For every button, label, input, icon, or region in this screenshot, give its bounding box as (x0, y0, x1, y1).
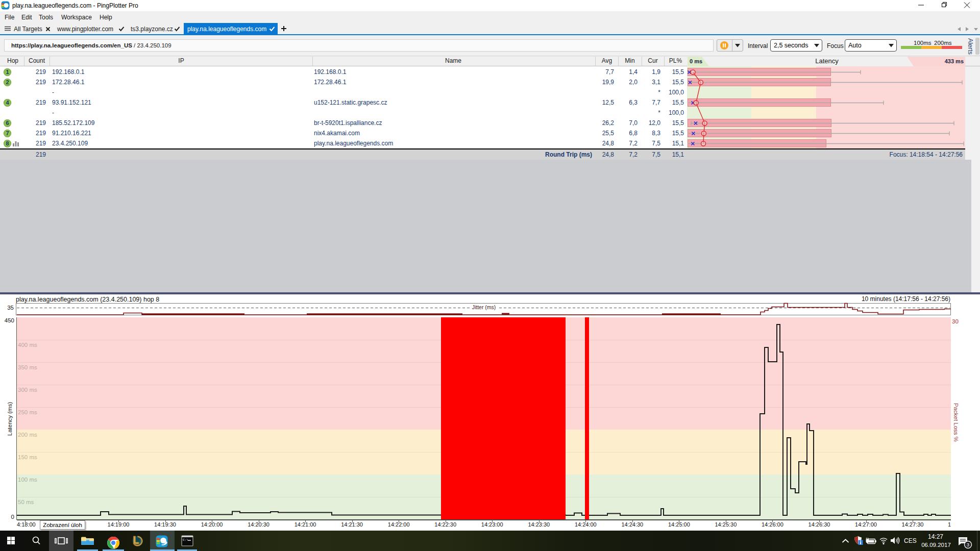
svg-text:3: 3 (967, 542, 969, 547)
svg-text:C:\: C:\ (183, 538, 188, 542)
